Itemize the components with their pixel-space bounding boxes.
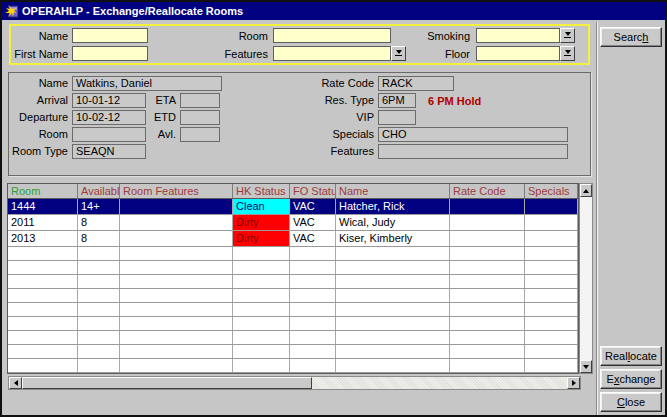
detail-vip-label: VIP bbox=[308, 111, 374, 124]
cell-empty bbox=[336, 359, 450, 372]
cell-available: 8 bbox=[78, 231, 120, 246]
hscroll-thumb[interactable] bbox=[22, 377, 312, 389]
search-smoking-label: Smoking bbox=[400, 30, 470, 43]
search-floor-label: Floor bbox=[400, 48, 470, 61]
cell-empty bbox=[78, 247, 120, 260]
table-row[interactable]: 144414+CleanVACHatcher, Rick bbox=[8, 199, 578, 215]
table-body: 144414+CleanVACHatcher, Rick20118DirtyVA… bbox=[8, 199, 578, 373]
cell-empty bbox=[8, 247, 78, 260]
cell-empty bbox=[120, 303, 233, 316]
dropdown-icon bbox=[565, 32, 571, 36]
cell-empty bbox=[8, 359, 78, 372]
detail-eta-label: ETA bbox=[142, 94, 176, 107]
detail-arrival-label: Arrival bbox=[4, 94, 68, 107]
table-row[interactable]: 20118DirtyVACWical, Judy bbox=[8, 215, 578, 231]
detail-etd-value bbox=[180, 110, 220, 125]
cell-hk_status: Clean bbox=[233, 199, 290, 214]
cell-specials bbox=[525, 231, 578, 246]
cell-empty bbox=[8, 303, 78, 316]
cell-empty bbox=[233, 247, 290, 260]
exchange-button[interactable]: Exchange bbox=[600, 369, 662, 389]
cell-name: Hatcher, Rick bbox=[336, 199, 450, 214]
cell-rate_code bbox=[450, 231, 525, 246]
detail-name-value: Watkins, Daniel bbox=[72, 76, 222, 91]
search-room-input[interactable] bbox=[273, 28, 391, 43]
scroll-right-button[interactable] bbox=[567, 377, 580, 389]
close-button[interactable]: Close bbox=[600, 392, 662, 412]
cell-empty bbox=[450, 359, 525, 372]
cell-fo_status: VAC bbox=[290, 199, 336, 214]
column-header-rate_code: Rate Code bbox=[450, 184, 525, 198]
cell-available: 8 bbox=[78, 215, 120, 230]
scroll-down-button[interactable] bbox=[580, 360, 592, 373]
scroll-up-button[interactable] bbox=[580, 184, 592, 197]
cell-specials bbox=[525, 199, 578, 214]
table-hscrollbar[interactable] bbox=[8, 376, 581, 390]
cell-empty bbox=[290, 345, 336, 358]
cell-empty bbox=[290, 275, 336, 288]
rooms-table: RoomAvailableRoom FeaturesHK StatusFO St… bbox=[7, 183, 579, 374]
cell-name: Wical, Judy bbox=[336, 215, 450, 230]
cell-available: 14+ bbox=[78, 199, 120, 214]
cell-empty bbox=[336, 345, 450, 358]
cell-empty bbox=[525, 261, 578, 274]
search-smoking-input[interactable] bbox=[476, 28, 560, 43]
cell-empty bbox=[525, 303, 578, 316]
cell-empty bbox=[78, 317, 120, 330]
cell-empty bbox=[525, 359, 578, 372]
column-header-name: Name bbox=[336, 184, 450, 198]
title-bar[interactable]: OPERAHLP - Exchange/Reallocate Rooms bbox=[2, 2, 665, 20]
cell-empty bbox=[78, 331, 120, 344]
detail-room-type-label: Room Type bbox=[4, 145, 68, 158]
table-header-row: RoomAvailableRoom FeaturesHK StatusFO St… bbox=[8, 184, 578, 199]
cell-empty bbox=[290, 261, 336, 274]
cell-room: 1444 bbox=[8, 199, 78, 214]
cell-empty bbox=[525, 275, 578, 288]
table-empty-row bbox=[8, 345, 578, 359]
cell-empty bbox=[290, 303, 336, 316]
column-header-hk_status: HK Status bbox=[233, 184, 290, 198]
cell-room_features bbox=[120, 199, 233, 214]
reallocate-button[interactable]: Reallocate bbox=[600, 346, 662, 366]
cell-empty bbox=[336, 289, 450, 302]
panel-separator bbox=[596, 22, 598, 415]
cell-empty bbox=[120, 345, 233, 358]
left-arrow-icon bbox=[14, 380, 18, 386]
res-type-hold-note: 6 PM Hold bbox=[428, 94, 481, 107]
detail-arrival-value: 10-01-12 bbox=[72, 93, 146, 108]
cell-room_features bbox=[120, 231, 233, 246]
search-floor-input[interactable] bbox=[476, 46, 560, 61]
table-empty-row bbox=[8, 359, 578, 373]
cell-empty bbox=[120, 331, 233, 344]
smoking-lov-button[interactable] bbox=[560, 28, 575, 43]
column-header-room: Room bbox=[8, 184, 78, 198]
detail-rate-code-label: Rate Code bbox=[308, 77, 374, 90]
cell-empty bbox=[78, 261, 120, 274]
detail-res-type-label: Res. Type bbox=[308, 94, 374, 107]
cell-empty bbox=[450, 275, 525, 288]
cell-empty bbox=[120, 359, 233, 372]
detail-departure-value: 10-02-12 bbox=[72, 110, 146, 125]
floor-lov-button[interactable] bbox=[560, 46, 575, 61]
search-first-name-input[interactable] bbox=[72, 46, 148, 61]
cell-empty bbox=[290, 359, 336, 372]
cell-empty bbox=[233, 359, 290, 372]
detail-res-type-value: 6PM bbox=[378, 93, 416, 108]
table-empty-row bbox=[8, 275, 578, 289]
cell-empty bbox=[233, 303, 290, 316]
cell-empty bbox=[525, 345, 578, 358]
table-vscrollbar[interactable] bbox=[579, 183, 593, 374]
cell-empty bbox=[120, 247, 233, 260]
cell-empty bbox=[525, 317, 578, 330]
search-name-input[interactable] bbox=[72, 28, 148, 43]
search-button[interactable]: Search bbox=[600, 27, 662, 47]
down-arrow-icon bbox=[583, 365, 589, 369]
cell-empty bbox=[78, 289, 120, 302]
cell-empty bbox=[450, 303, 525, 316]
cell-empty bbox=[290, 289, 336, 302]
column-header-available: Available bbox=[78, 184, 120, 198]
table-row[interactable]: 20138DirtyVACKiser, Kimberly bbox=[8, 231, 578, 247]
search-features-input[interactable] bbox=[273, 46, 391, 61]
cell-empty bbox=[525, 247, 578, 260]
scroll-left-button[interactable] bbox=[9, 377, 22, 389]
